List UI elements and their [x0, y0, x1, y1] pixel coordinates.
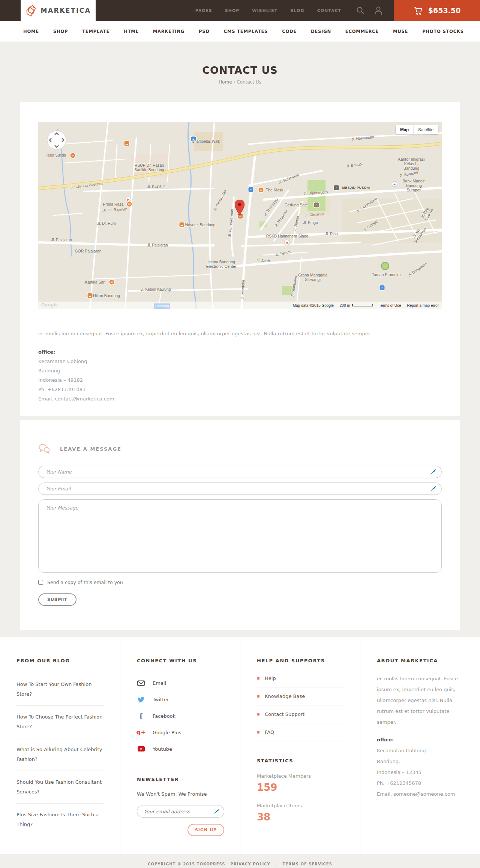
footer: FROM OUR BLOG How To Start Your Own Fash… [0, 637, 480, 854]
breadcrumb-home[interactable]: Home [219, 79, 232, 85]
google-map[interactable]: Champelas WalkJl. HasanudinRaja SundaKan… [38, 122, 442, 309]
newsletter-email-input[interactable] [137, 805, 224, 818]
bullet-icon [257, 713, 260, 716]
header-nav-item[interactable]: SHOP [225, 8, 240, 13]
map-pan-control[interactable] [46, 130, 67, 150]
landmark-icon[interactable] [314, 203, 319, 208]
terms-of-use-link[interactable]: Terms of Use [379, 303, 401, 308]
report-map-error-link[interactable]: Report a map error [407, 303, 439, 308]
hospital-icon[interactable] [126, 197, 131, 202]
office-line: Ph. +62817391083 [38, 385, 442, 394]
main-nav-item[interactable]: HTML [124, 29, 138, 34]
blog-post-link[interactable]: What is So Alluring About Celebrity Fash… [16, 738, 104, 771]
social-link-googleplus[interactable]: g+ Google Plus [137, 724, 224, 741]
main-nav-item[interactable]: DESIGN [311, 29, 331, 34]
header-nav-item[interactable]: PAGES [195, 8, 212, 13]
name-input[interactable] [38, 466, 442, 478]
blog-post-link[interactable]: How To Start Your Own Fashion Store? [16, 673, 104, 705]
main-nav-item[interactable]: HOME [23, 29, 39, 34]
office-line: Email. someone@someone.com [377, 789, 464, 799]
transit-icon[interactable] [249, 187, 254, 192]
copyright-bar: COPYRIGHT © 2015 TOKOPRESS PRIVACY POLIC… [0, 854, 480, 868]
statistics-heading: STATISTICS [257, 758, 344, 763]
main-nav-item[interactable]: PHOTO STOCKS [422, 29, 464, 34]
help-link[interactable]: Knowladge Base [257, 687, 344, 705]
main-nav-item[interactable]: TEMPLATE [82, 29, 110, 34]
blog-heading: FROM OUR BLOG [16, 658, 104, 663]
main-nav-item[interactable]: CMS TEMPLATES [224, 29, 268, 34]
office-label: office: [38, 347, 442, 357]
main-nav-item[interactable]: MUSE [393, 29, 408, 34]
blog-post-link[interactable]: Should You Use Fashion Consultant Servic… [16, 771, 104, 803]
hotel-icon[interactable] [124, 141, 129, 146]
email-input[interactable] [38, 483, 442, 495]
newsletter: NEWSLETTER We Won't Spam, We Promise SIG… [137, 777, 224, 818]
form-heading-text: LEAVE A MESSAGE [60, 446, 122, 452]
stat-members-value: 159 [257, 782, 344, 793]
breadcrumb: Home›Contact Us [0, 79, 480, 85]
restaurant-icon[interactable] [127, 202, 132, 207]
hotel-icon[interactable] [180, 223, 184, 227]
privacy-policy-link[interactable]: PRIVACY POLICY [231, 862, 270, 866]
logo-tag-icon [25, 4, 36, 17]
office-line: Indonesia – 12345 [377, 767, 464, 778]
office-line: Indonesia – 49182 [38, 375, 442, 385]
social-link-facebook[interactable]: f Facebook [137, 708, 224, 724]
twitter-icon [138, 697, 144, 702]
user-icon[interactable] [374, 6, 382, 15]
footer-help-column: HELP AND SUPPORTS Help Knowladge Base Co… [240, 637, 360, 854]
main-nav-item[interactable]: MARKETING [153, 29, 184, 34]
youtube-icon [138, 746, 145, 751]
bullet-icon [257, 695, 260, 698]
hotel-icon[interactable] [88, 293, 93, 298]
social-link-youtube[interactable]: Youtube [137, 741, 224, 757]
bank-icon[interactable] [392, 182, 397, 187]
office-line: Bandung. [38, 366, 442, 375]
stat-items-value: 38 [257, 811, 344, 823]
main-nav: HOMESHOPTEMPLATEHTMLMARKETINGPSDCMS TEMP… [0, 21, 480, 42]
social-link-email[interactable]: Email [137, 675, 224, 691]
main-nav-item[interactable]: ECOMMERCE [345, 29, 379, 34]
main-nav-item[interactable]: PSD [199, 29, 210, 34]
help-link[interactable]: FAQ [257, 723, 344, 741]
help-link[interactable]: Contact Support [257, 705, 344, 723]
restaurant-icon[interactable] [259, 188, 264, 193]
newsletter-heading: NEWSLETTER [137, 777, 224, 782]
transit-icon[interactable] [191, 137, 196, 142]
page-header: CONTACT US Home›Contact Us [0, 42, 480, 102]
cart-total: $653.50 [428, 6, 461, 15]
cart-button[interactable]: $653.50 [394, 0, 480, 21]
cart-icon [413, 6, 423, 15]
logo[interactable]: MARKETICA [21, 0, 96, 21]
transit-icon[interactable] [380, 285, 385, 290]
search-icon[interactable] [356, 6, 364, 15]
blog-post-link[interactable]: How To Choose The Perfect Fashion Store? [16, 705, 104, 738]
send-copy-checkbox[interactable] [38, 580, 43, 585]
blog-post-link[interactable]: Plus Size Fashion: Is There Such a Thing… [16, 803, 104, 836]
restaurant-icon[interactable] [70, 153, 75, 158]
main-nav-item[interactable]: SHOP [53, 29, 68, 34]
header-nav-item[interactable]: BLOG [290, 8, 304, 13]
terms-of-services-link[interactable]: TERMS OF SERVICES [283, 862, 332, 866]
submit-button[interactable]: SUBMIT [38, 593, 76, 606]
satellite-button[interactable]: Satellite [414, 125, 438, 134]
social-link-twitter[interactable]: Twitter [137, 691, 224, 708]
office-address: office: Kecamatan CoblongBandung.Indones… [38, 347, 442, 403]
mosque-icon[interactable] [334, 185, 339, 190]
message-textarea[interactable] [38, 499, 442, 573]
bullet-icon [257, 677, 260, 680]
signup-button[interactable]: SIGN UP [188, 824, 224, 836]
header-nav-item[interactable]: CONTACT [317, 8, 341, 13]
hospital-icon[interactable] [285, 240, 290, 245]
contact-info-card: Champelas WalkJl. HasanudinRaja SundaKan… [20, 102, 460, 416]
email-icon [137, 680, 145, 686]
help-link[interactable]: Help [257, 669, 344, 687]
map-type-control: Map Satellite [396, 125, 438, 134]
main-nav-item[interactable]: CODE [282, 29, 297, 34]
header-nav-item[interactable]: WISHLIST [252, 8, 278, 13]
restaurant-icon[interactable] [110, 280, 114, 285]
map-marker[interactable] [235, 200, 244, 215]
office-line: Ph. +6212345678 [377, 778, 464, 789]
about-office: office: Kecamatan CoblongBandung.Indones… [377, 734, 464, 799]
map-button[interactable]: Map [396, 125, 414, 134]
